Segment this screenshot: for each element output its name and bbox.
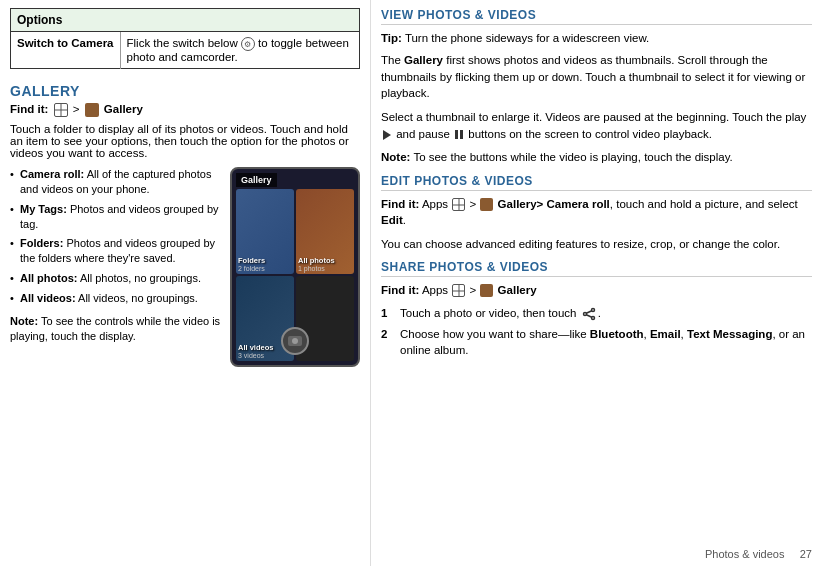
view-note: Note: To see the buttons while the video… (381, 149, 812, 165)
bullet-all-photos: All photos: All photos, no groupings. (10, 271, 222, 286)
edit-heading: EDIT PHOTOS & VIDEOS (381, 174, 812, 191)
phone-cell-folders: Folders 2 folders (236, 189, 294, 274)
share-steps: 1 Touch a photo or video, then touch . 2… (381, 305, 812, 358)
find-it-line: Find it: > Gallery (10, 103, 360, 117)
page-footer: Photos & videos 27 (705, 548, 812, 560)
left-column: Options Switch to Camera Flick the switc… (0, 0, 370, 566)
camera-icon (288, 336, 302, 346)
apps-icon-share (452, 284, 465, 297)
step2-text: Choose how you want to share—like Blueto… (400, 326, 812, 358)
phone-cell-allphotos: All photos 1 photos (296, 189, 354, 274)
gallery-icon-inline (85, 103, 99, 117)
step2-num: 2 (381, 326, 395, 358)
phone-cell-allphotos-sublabel: 1 photos (298, 265, 325, 272)
play-icon (383, 130, 391, 140)
find-it-gallery: Gallery (104, 103, 143, 115)
footer-page: 27 (800, 548, 812, 560)
step1-text: Touch a photo or video, then touch . (400, 305, 601, 321)
step1-num: 1 (381, 305, 395, 321)
view-para2: Select a thumbnail to enlarge it. Videos… (381, 109, 812, 142)
gallery-content: Camera roll: All of the captured photos … (10, 167, 360, 367)
note-bottom: Note: To see the controls while the vide… (10, 314, 222, 345)
bullet-list: Camera roll: All of the captured photos … (10, 167, 222, 367)
phone-cell-allphotos-label: All photos (298, 256, 335, 265)
phone-cell-allvideos-sublabel: 3 videos (238, 352, 264, 359)
phone-mockup: Gallery Folders 2 folders All photos 1 p… (230, 167, 360, 367)
apps-icon-edit (452, 198, 465, 211)
bullet-all-videos: All videos: All videos, no groupings. (10, 291, 222, 306)
touch-folder-text: Touch a folder to display all of its pho… (10, 123, 360, 159)
find-it-label: Find it: (10, 103, 48, 115)
find-it-arrow: > (73, 103, 80, 115)
share-heading: SHARE PHOTOS & VIDEOS (381, 260, 812, 277)
share-step-2: 2 Choose how you want to share—like Blue… (381, 326, 812, 358)
option-col2: Flick the switch below ⚙ to toggle betwe… (120, 32, 360, 69)
view-para1: The Gallery first shows photos and video… (381, 52, 812, 102)
share-icon (582, 307, 596, 321)
phone-cell-folders-sublabel: 2 folders (238, 265, 265, 272)
gallery-title: GALLERY (10, 83, 360, 99)
edit-find-it: Find it: Apps > Gallery> Camera roll, to… (381, 196, 812, 229)
bullet-folders: Folders: Photos and videos grouped by th… (10, 236, 222, 266)
share-step-1: 1 Touch a photo or video, then touch . (381, 305, 812, 321)
phone-camera-button (281, 327, 309, 355)
gallery-icon-share (480, 284, 493, 297)
tip-line: Tip: Turn the phone sideways for a wides… (381, 30, 812, 46)
pause-icon (455, 130, 463, 139)
footer-text: Photos & videos (705, 548, 785, 560)
bullet-my-tags: My Tags: Photos and videos grouped by ta… (10, 202, 222, 232)
options-header: Options (11, 9, 360, 32)
phone-cell-allvideos-label: All videos (238, 343, 273, 352)
option-col1: Switch to Camera (11, 32, 121, 69)
tip-label: Tip: (381, 32, 402, 44)
right-column: VIEW PHOTOS & VIDEOS Tip: Turn the phone… (370, 0, 826, 566)
phone-gallery-label: Gallery (236, 173, 277, 187)
bullet-camera-roll: Camera roll: All of the captured photos … (10, 167, 222, 197)
view-heading: VIEW PHOTOS & VIDEOS (381, 8, 812, 25)
phone-screen: Gallery Folders 2 folders All photos 1 p… (230, 167, 360, 367)
options-table: Options Switch to Camera Flick the switc… (10, 8, 360, 69)
phone-cell-folders-label: Folders (238, 256, 265, 265)
edit-para: You can choose advanced editing features… (381, 236, 812, 253)
share-find-it: Find it: Apps > Gallery (381, 282, 812, 299)
svg-line-4 (586, 311, 592, 314)
svg-line-3 (586, 315, 592, 318)
svg-point-1 (583, 313, 586, 316)
gallery-icon-edit (480, 198, 493, 211)
tip-text: Turn the phone sideways for a widescreen… (405, 32, 649, 44)
apps-icon-inline (54, 103, 68, 117)
